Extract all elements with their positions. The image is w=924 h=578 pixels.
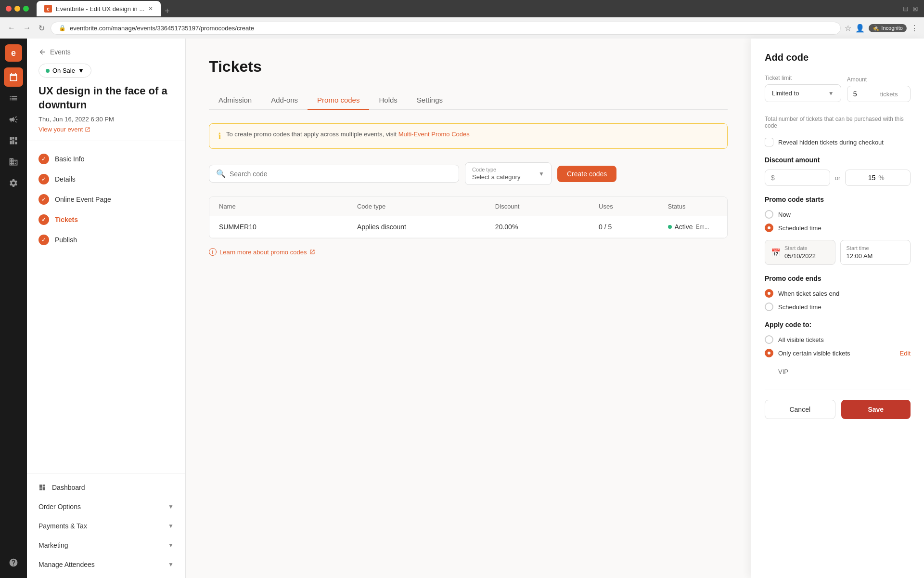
edit-apply-link[interactable]: Edit [900,350,911,357]
reload-btn[interactable]: ↻ [37,22,47,35]
rail-calendar-icon[interactable] [4,67,23,87]
ticket-limit-value: Limited to [772,90,799,97]
reveal-hidden-checkbox[interactable] [765,138,773,146]
panel-actions: Cancel Save [765,390,911,419]
table-row[interactable]: SUMMER10 Applies discount 20.00% 0 / 5 A… [209,216,727,238]
nav-basic-info[interactable]: ✓ Basic Info [27,149,185,169]
window-minimize-icon[interactable]: ⊟ [903,5,909,13]
rail-help-icon-wrap [4,553,23,572]
promo-starts-section: Promo code starts Now Scheduled time 📅 S… [765,196,911,265]
fullscreen-window-btn[interactable] [23,6,29,12]
apply-certain-visible-radio[interactable] [765,349,773,357]
manage-attendees-section: Manage Attendees ▼ [27,555,185,574]
reveal-hidden-row[interactable]: Reveal hidden tickets during checkout [765,138,911,146]
tab-close-btn[interactable]: ✕ [148,5,153,12]
discount-pct-input[interactable] [851,174,875,182]
starts-scheduled-option[interactable]: Scheduled time [765,223,911,232]
event-status-btn[interactable]: On Sale ▼ [38,64,91,78]
starts-scheduled-radio[interactable] [765,223,773,232]
apply-all-visible-radio[interactable] [765,335,773,344]
order-options-header[interactable]: Order Options ▼ [27,497,185,516]
starts-now-radio[interactable] [765,210,773,219]
apply-certain-visible-option[interactable]: Only certain visible tickets Edit [765,349,911,357]
payments-tax-header[interactable]: Payments & Tax ▼ [27,516,185,536]
minimize-window-btn[interactable] [14,6,20,12]
nav-details[interactable]: ✓ Details [27,169,185,189]
promo-starts-title: Promo code starts [765,196,911,203]
th-name: Name [209,197,347,216]
nav-tickets[interactable]: ✓ Tickets [27,210,185,230]
profile-icon[interactable]: 👤 [855,24,865,33]
marketing-header[interactable]: Marketing ▼ [27,536,185,555]
starts-now-option[interactable]: Now [765,210,911,219]
nav-publish[interactable]: ✓ Publish [27,230,185,250]
back-btn[interactable]: ← [6,22,17,34]
menu-icon[interactable]: ⋮ [911,24,918,33]
address-bar[interactable]: 🔒 eventbrite.com/manage/events/336451735… [51,22,841,35]
back-label: Events [50,48,71,56]
calendar-icon: 📅 [771,248,781,257]
rail-building-icon[interactable] [4,152,23,171]
eventbrite-logo[interactable]: e [5,44,22,62]
code-type-select[interactable]: Code type Select a category ▼ [465,162,552,185]
search-input[interactable] [230,170,452,178]
marketing-section: Marketing ▼ [27,536,185,555]
forward-btn[interactable]: → [21,22,33,34]
ends-ticket-sales-option[interactable]: When ticket sales end [765,289,911,298]
start-time-input[interactable]: Start time 12:00 AM [840,240,911,265]
new-tab-btn[interactable]: + [161,6,174,16]
status-label: Active [675,223,693,231]
tab-holds[interactable]: Holds [369,91,407,110]
rail-help-icon[interactable] [4,553,23,572]
create-codes-btn[interactable]: Create codes [557,166,616,182]
ends-scheduled-option[interactable]: Scheduled time [765,302,911,311]
app-container: e Events [0,39,924,578]
tab-admission[interactable]: Admission [209,91,261,110]
ends-scheduled-radio[interactable] [765,302,773,311]
learn-more-icon: i [209,248,217,256]
th-code-type: Code type [347,197,486,216]
rail-megaphone-icon[interactable] [4,110,23,129]
cancel-btn[interactable]: Cancel [765,400,835,419]
dashboard-item[interactable]: Dashboard [27,478,185,497]
vip-item: VIP [765,365,911,378]
window-expand-icon[interactable]: ⊠ [912,5,918,13]
ends-ticket-sales-radio[interactable] [765,289,773,298]
payments-tax-label: Payments & Tax [38,522,87,530]
tab-settings[interactable]: Settings [407,91,452,110]
back-to-events-btn[interactable]: Events [38,48,174,56]
manage-attendees-header[interactable]: Manage Attendees ▼ [27,555,185,574]
rail-analytics-icon[interactable] [4,131,23,150]
amount-input[interactable] [853,90,877,98]
page-title: Tickets [209,58,728,76]
tabs: Admission Add-ons Promo codes Holds Sett… [209,91,728,110]
tab-promo-codes[interactable]: Promo codes [308,91,369,110]
close-window-btn[interactable] [6,6,12,12]
amount-suffix: tickets [880,91,898,98]
rail-list-icon[interactable] [4,89,23,108]
learn-more-link[interactable]: i Learn more about promo codes [209,248,728,256]
starts-radio-group: Now Scheduled time [765,210,911,232]
ticket-limit-select[interactable]: Limited to ▼ [765,84,841,102]
browser-titlebar: e Eventbrite - Edit UX design in ... ✕ +… [0,0,924,17]
apply-title: Apply code to: [765,321,911,328]
active-tab[interactable]: e Eventbrite - Edit UX design in ... ✕ [37,1,161,16]
rail-settings-icon[interactable] [4,173,23,193]
multi-event-link[interactable]: Multi-Event Promo Codes [398,131,470,138]
nav-online-event-page[interactable]: ✓ Online Event Page [27,189,185,210]
tab-add-ons[interactable]: Add-ons [261,91,308,110]
save-btn[interactable]: Save [841,400,911,419]
payments-tax-chevron-icon: ▼ [168,523,174,529]
start-date-input[interactable]: 📅 Start date 05/10/2022 [765,240,835,265]
start-datetime-row: 📅 Start date 05/10/2022 Start time 12:00… [765,240,911,265]
search-box[interactable]: 🔍 [209,165,459,183]
discount-title: Discount amount [765,156,911,164]
bookmark-icon[interactable]: ☆ [845,24,851,33]
promo-ends-section: Promo code ends When ticket sales end Sc… [765,275,911,311]
view-event-link[interactable]: View your event [38,126,174,133]
dashboard-label: Dashboard [52,484,85,491]
apply-all-visible-option[interactable]: All visible tickets [765,335,911,344]
start-time-value: 12:00 AM [847,252,905,260]
discount-dollar-input[interactable] [778,174,824,182]
td-discount: 20.00% [486,216,589,237]
